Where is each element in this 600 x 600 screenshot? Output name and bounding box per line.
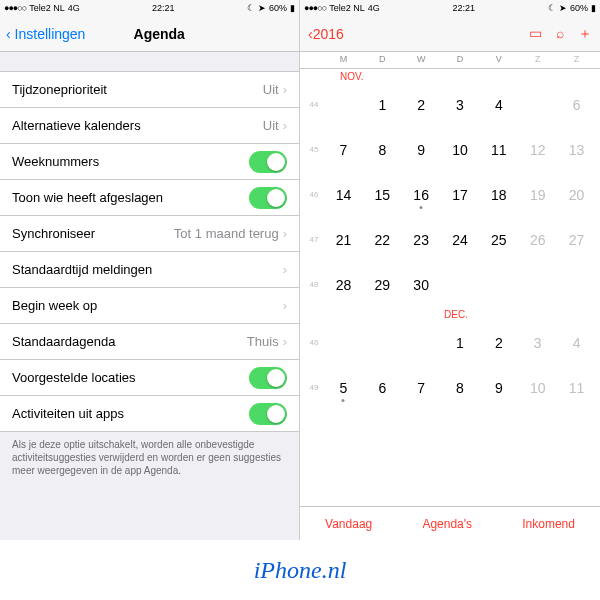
tab-today[interactable]: Vandaag: [325, 517, 372, 531]
dow: M: [324, 54, 363, 64]
day[interactable]: 27: [557, 232, 596, 248]
row-label: Tijdzoneprioriteit: [12, 82, 263, 97]
day[interactable]: 9: [479, 380, 518, 396]
calendar-pane: ●●●○○ Tele2 NL 4G 22:21 ☾ ➤ 60% ▮ ‹2016 …: [300, 0, 600, 540]
dow: D: [363, 54, 402, 64]
day[interactable]: 9: [402, 142, 441, 158]
row-standaardagenda[interactable]: StandaardagendaThuis›: [0, 323, 299, 360]
clock: 22:21: [152, 3, 175, 13]
row-value: Uit: [263, 82, 279, 97]
day[interactable]: 11: [557, 380, 596, 396]
day[interactable]: 8: [441, 380, 480, 396]
row-activiteiten[interactable]: Activiteiten uit apps: [0, 395, 299, 432]
day[interactable]: 16: [402, 187, 441, 203]
footer-text: Als je deze optie uitschakelt, worden al…: [0, 432, 299, 483]
calendar-grid: NOV. 44123456 4578910111213 461415161718…: [300, 69, 600, 506]
week-row: 4578910111213: [304, 127, 596, 172]
toggle-afgeslagen[interactable]: [249, 187, 287, 209]
clock: 22:21: [453, 3, 476, 13]
tab-bar: Vandaag Agenda's Inkomend: [300, 506, 600, 540]
day-selected[interactable]: 5: [518, 97, 557, 113]
week-number: 46: [304, 190, 324, 199]
day[interactable]: 4: [557, 335, 596, 351]
row-alt-kalenders[interactable]: Alternatieve kalendersUit›: [0, 107, 299, 144]
day[interactable]: 28: [324, 277, 363, 293]
tab-inbox[interactable]: Inkomend: [522, 517, 575, 531]
day[interactable]: 5: [324, 380, 363, 396]
row-afgeslagen[interactable]: Toon wie heeft afgeslagen: [0, 179, 299, 216]
day[interactable]: 1: [363, 97, 402, 113]
calendar-nav: ‹2016 ▭ ⌕ ＋: [300, 16, 600, 52]
row-label: Activiteiten uit apps: [12, 406, 249, 421]
day[interactable]: 21: [324, 232, 363, 248]
view-icon[interactable]: ▭: [529, 25, 542, 43]
day[interactable]: 30: [402, 277, 441, 293]
row-label: Alternatieve kalenders: [12, 118, 263, 133]
row-label: Voorgestelde locaties: [12, 370, 249, 385]
back-label: 2016: [313, 26, 344, 42]
chevron-right-icon: ›: [283, 118, 287, 133]
settings-list: TijdzoneprioriteitUit› Alternatieve kale…: [0, 52, 299, 540]
day[interactable]: 24: [441, 232, 480, 248]
day[interactable]: 12: [518, 142, 557, 158]
day[interactable]: 4: [479, 97, 518, 113]
add-icon[interactable]: ＋: [578, 25, 592, 43]
day[interactable]: 15: [363, 187, 402, 203]
day[interactable]: 20: [557, 187, 596, 203]
day[interactable]: 2: [479, 335, 518, 351]
day[interactable]: 14: [324, 187, 363, 203]
day[interactable]: 17: [441, 187, 480, 203]
row-meldingen[interactable]: Standaardtijd meldingen›: [0, 251, 299, 288]
back-year-button[interactable]: ‹2016: [308, 26, 344, 42]
day[interactable]: 23: [402, 232, 441, 248]
row-weeknummers[interactable]: Weeknummers: [0, 143, 299, 180]
day[interactable]: 7: [324, 142, 363, 158]
chevron-left-icon: ‹: [6, 26, 11, 42]
row-label: Toon wie heeft afgeslagen: [12, 190, 249, 205]
toggle-locaties[interactable]: [249, 367, 287, 389]
row-label: Begin week op: [12, 298, 283, 313]
day[interactable]: 2: [402, 97, 441, 113]
row-beginweek[interactable]: Begin week op›: [0, 287, 299, 324]
search-icon[interactable]: ⌕: [556, 25, 564, 43]
dow: W: [402, 54, 441, 64]
row-sync[interactable]: SynchroniseerTot 1 maand terug›: [0, 215, 299, 252]
day[interactable]: 6: [557, 97, 596, 113]
day[interactable]: 7: [402, 380, 441, 396]
day[interactable]: 10: [518, 380, 557, 396]
row-tijdzone[interactable]: TijdzoneprioriteitUit›: [0, 71, 299, 108]
battery-percent: 60%: [570, 3, 588, 13]
day[interactable]: 13: [557, 142, 596, 158]
row-label: Synchroniseer: [12, 226, 174, 241]
day[interactable]: 19: [518, 187, 557, 203]
day[interactable]: 11: [479, 142, 518, 158]
battery-percent: 60%: [269, 3, 287, 13]
day[interactable]: 8: [363, 142, 402, 158]
battery-icon: ▮: [290, 3, 295, 13]
week-row: 49567891011: [304, 365, 596, 410]
day[interactable]: 1: [441, 335, 480, 351]
day[interactable]: 3: [441, 97, 480, 113]
toggle-weeknummers[interactable]: [249, 151, 287, 173]
location-icon: ➤: [258, 3, 266, 13]
day[interactable]: 29: [363, 277, 402, 293]
day[interactable]: 10: [441, 142, 480, 158]
tab-agendas[interactable]: Agenda's: [422, 517, 472, 531]
nav-bar: ‹ Instellingen Agenda: [0, 16, 299, 52]
toggle-activiteiten[interactable]: [249, 403, 287, 425]
row-locaties[interactable]: Voorgestelde locaties: [0, 359, 299, 396]
day[interactable]: 3: [518, 335, 557, 351]
month-label: DEC.: [304, 309, 596, 320]
network: 4G: [68, 3, 80, 13]
day[interactable]: 6: [363, 380, 402, 396]
week-row: 4614151617181920: [304, 172, 596, 217]
week-row: 44123456: [304, 82, 596, 127]
day[interactable]: 25: [479, 232, 518, 248]
signal-icon: ●●●○○: [304, 3, 326, 13]
day[interactable]: 22: [363, 232, 402, 248]
dow: V: [479, 54, 518, 64]
day[interactable]: 26: [518, 232, 557, 248]
location-icon: ➤: [559, 3, 567, 13]
day[interactable]: 18: [479, 187, 518, 203]
chevron-right-icon: ›: [283, 334, 287, 349]
